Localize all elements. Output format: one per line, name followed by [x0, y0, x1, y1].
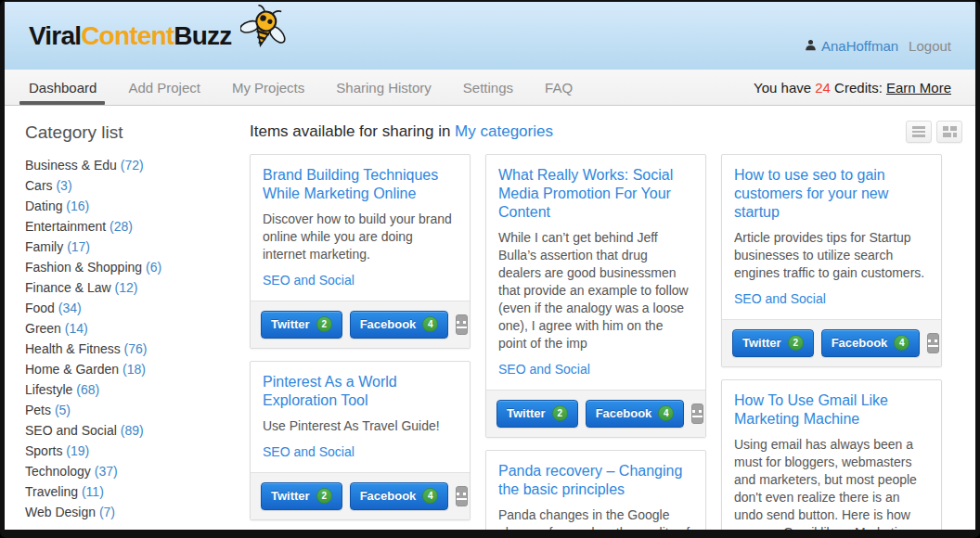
card-column-2: What Really Works: Social Media Promotio…	[485, 154, 706, 530]
category-count: (3)	[56, 178, 71, 193]
content-card: How to use seo to gain customers for you…	[721, 154, 942, 367]
content-card: Pinterest As a World Exploration Tool Us…	[250, 361, 471, 520]
logout-link[interactable]: Logout	[909, 38, 951, 54]
more-options-button[interactable]	[691, 404, 703, 424]
sidebar-item-food[interactable]: Food (34)	[25, 298, 242, 318]
card-description: While I can’t get behind Jeff Bulla’s as…	[498, 229, 693, 352]
sidebar-item-pets[interactable]: Pets (5)	[25, 400, 242, 420]
sidebar-item-green[interactable]: Green (14)	[25, 318, 242, 339]
app-root: ViralContentBuzz	[5, 2, 975, 530]
card-category-link[interactable]: SEO and Social	[498, 362, 590, 377]
my-categories-link[interactable]: My categories	[455, 122, 553, 140]
bee-logo-icon	[240, 5, 289, 55]
facebook-credit-badge: 4	[894, 335, 909, 351]
facebook-credit-badge: 4	[422, 488, 438, 504]
facebook-share-button[interactable]: Facebook4	[586, 400, 685, 428]
neutral-face-icon	[928, 339, 938, 348]
sidebar-item-business-edu[interactable]: Business & Edu (72)	[25, 155, 242, 175]
tab-faq[interactable]: FAQ	[545, 80, 573, 96]
category-count: (14)	[65, 321, 88, 336]
username-link[interactable]: AnaHoffman	[805, 38, 898, 54]
sidebar-item-fashion-shopping[interactable]: Fashion & Shopping (6)	[25, 257, 242, 277]
twitter-credit-badge: 2	[552, 405, 568, 421]
main-navbar: Dashboard Add Project My Projects Sharin…	[5, 70, 975, 106]
earn-more-link[interactable]: Earn More	[886, 80, 951, 96]
card-grid: Brand Building Techniques While Marketin…	[250, 154, 962, 530]
card-share-bar: Twitter2 Facebook4	[251, 472, 470, 519]
card-category-link[interactable]: SEO and Social	[263, 273, 355, 288]
facebook-button-label: Facebook	[360, 317, 417, 331]
twitter-share-button[interactable]: Twitter2	[732, 329, 814, 357]
twitter-share-button[interactable]: Twitter2	[261, 482, 342, 510]
sidebar-item-lifestyle[interactable]: Lifestyle (68)	[25, 379, 242, 400]
card-title-link[interactable]: Brand Building Techniques While Marketin…	[263, 166, 458, 203]
neutral-face-icon	[457, 321, 467, 329]
sidebar-item-seo-social[interactable]: SEO and Social (89)	[25, 420, 242, 441]
facebook-share-button[interactable]: Facebook4	[350, 482, 449, 510]
facebook-share-button[interactable]: Facebook4	[821, 329, 921, 357]
facebook-button-label: Facebook	[360, 489, 417, 503]
credits-suffix: Credits:	[831, 80, 886, 96]
sidebar-item-web-design[interactable]: Web Design (7)	[25, 502, 242, 522]
sidebar-item-finance-law[interactable]: Finance & Law (12)	[25, 277, 242, 298]
sidebar-item-cars[interactable]: Cars (3)	[25, 175, 242, 196]
card-title-link[interactable]: Panda recovery – Changing the basic prin…	[498, 462, 693, 499]
category-list: Business & Edu (72) Cars (3) Dating (16)…	[25, 155, 242, 522]
grid-view-button[interactable]	[936, 121, 962, 143]
tab-dashboard[interactable]: Dashboard	[29, 80, 97, 96]
sidebar-item-health-fitness[interactable]: Health & Fitness (76)	[25, 339, 242, 359]
twitter-share-button[interactable]: Twitter2	[261, 311, 342, 339]
grid-view-icon	[943, 126, 957, 137]
tab-my-projects[interactable]: My Projects	[232, 80, 304, 96]
sidebar-item-dating[interactable]: Dating (16)	[25, 196, 242, 216]
neutral-face-icon	[457, 493, 467, 501]
category-count: (16)	[66, 199, 89, 213]
facebook-credit-badge: 4	[658, 405, 674, 421]
twitter-button-label: Twitter	[507, 406, 546, 420]
sidebar-item-home-garden[interactable]: Home & Garden (18)	[25, 359, 242, 379]
main-panel: Items available for sharing in My catego…	[242, 106, 975, 530]
tab-sharing-history[interactable]: Sharing History	[336, 80, 432, 96]
facebook-share-button[interactable]: Facebook4	[350, 311, 449, 339]
category-count: (12)	[115, 280, 138, 295]
sidebar-item-sports[interactable]: Sports (19)	[25, 441, 242, 461]
username-label: AnaHoffman	[821, 38, 898, 54]
card-category-link[interactable]: SEO and Social	[734, 291, 826, 306]
category-count: (7)	[99, 505, 115, 519]
card-description: Use Pinterest As Travel Guide!	[263, 417, 458, 435]
content-card: What Really Works: Social Media Promotio…	[485, 154, 706, 438]
browser-window-frame: ViralContentBuzz	[0, 0, 980, 538]
category-count: (11)	[82, 484, 104, 499]
card-title-link[interactable]: What Really Works: Social Media Promotio…	[498, 166, 693, 222]
list-view-button[interactable]	[906, 121, 932, 143]
card-category-link[interactable]: SEO and Social	[263, 444, 355, 459]
card-share-bar: Twitter2 Facebook4	[486, 390, 705, 437]
sidebar-item-technology[interactable]: Technology (37)	[25, 461, 242, 481]
category-count: (76)	[124, 341, 148, 356]
card-title-link[interactable]: How To Use Gmail Like Marketing Machine	[734, 391, 929, 429]
tab-settings[interactable]: Settings	[463, 80, 513, 96]
more-options-button[interactable]	[456, 486, 468, 506]
facebook-button-label: Facebook	[832, 336, 888, 350]
more-options-button[interactable]	[927, 333, 939, 353]
sidebar-item-entertainment[interactable]: Entertainment (28)	[25, 216, 242, 237]
user-area: AnaHoffman Logout	[805, 38, 951, 54]
credits-count: 24	[815, 80, 831, 96]
sidebar-item-traveling[interactable]: Traveling (11)	[25, 481, 242, 502]
person-icon	[805, 38, 817, 54]
card-column-1: Brand Building Techniques While Marketin…	[250, 154, 471, 530]
tab-add-project[interactable]: Add Project	[128, 80, 200, 96]
twitter-button-label: Twitter	[271, 317, 310, 331]
nav-tabs: Dashboard Add Project My Projects Sharin…	[29, 80, 573, 96]
twitter-share-button[interactable]: Twitter2	[496, 400, 578, 428]
card-title-link[interactable]: Pinterest As a World Exploration Tool	[263, 373, 458, 410]
main-header: Items available for sharing in My catego…	[250, 121, 962, 143]
category-count: (17)	[67, 239, 90, 254]
app-header: ViralContentBuzz	[5, 2, 975, 70]
twitter-credit-badge: 2	[316, 316, 332, 332]
sidebar-item-family[interactable]: Family (17)	[25, 237, 242, 257]
page-title: Items available for sharing in My catego…	[250, 122, 553, 141]
more-options-button[interactable]	[456, 314, 468, 335]
card-title-link[interactable]: How to use seo to gain customers for you…	[734, 166, 929, 222]
viralcontentbuzz-logo[interactable]: ViralContentBuzz	[29, 18, 289, 55]
